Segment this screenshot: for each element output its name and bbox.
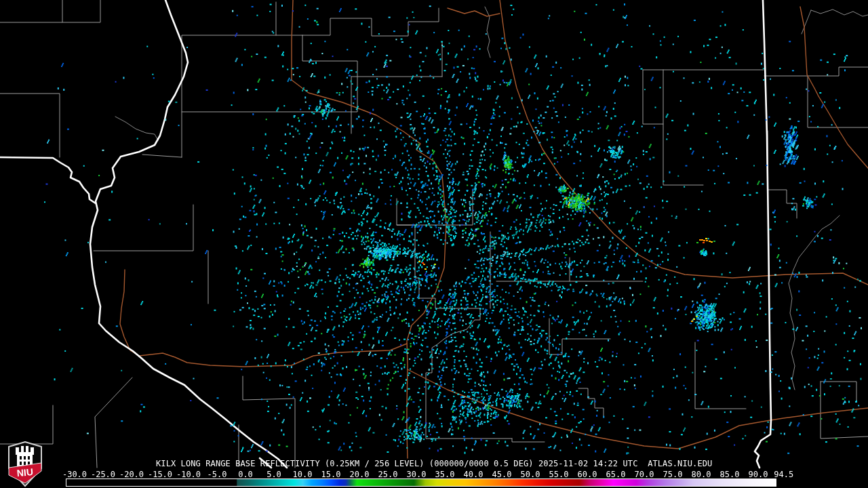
reflectivity-colorbar	[66, 479, 776, 487]
niu-logo: NIU	[7, 441, 43, 487]
radar-map-canvas	[0, 0, 868, 488]
radar-status-text: KILX LONG RANGE BASE REFLECTIVITY (0.25K…	[156, 460, 712, 468]
colorbar-label: 94.5	[762, 470, 806, 479]
radar-display: NIU KILX LONG RANGE BASE REFLECTIVITY (0…	[0, 0, 868, 488]
colorbar-labels: -30.0-25.0-20.0-15.0-10.0-5.00.05.010.01…	[0, 470, 868, 479]
